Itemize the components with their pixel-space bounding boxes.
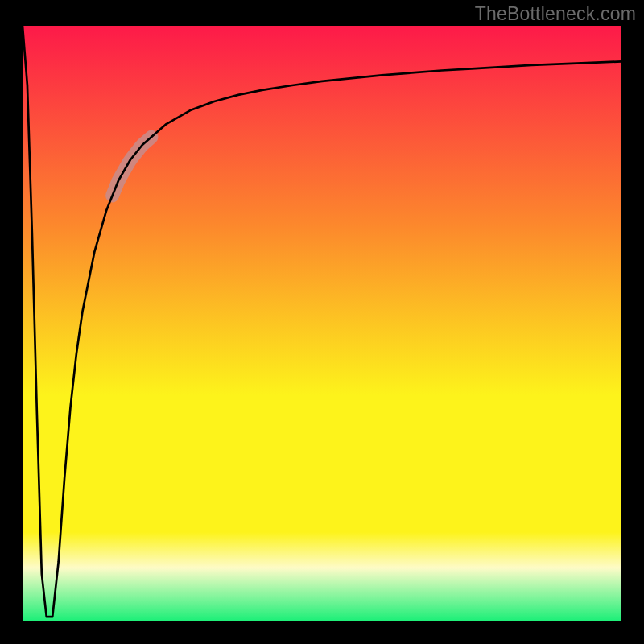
watermark-text: TheBottleneck.com [475, 3, 636, 25]
plot-area [23, 26, 621, 621]
gradient-background [23, 26, 621, 621]
chart-frame: TheBottleneck.com [0, 0, 644, 644]
plot-svg [23, 26, 621, 621]
